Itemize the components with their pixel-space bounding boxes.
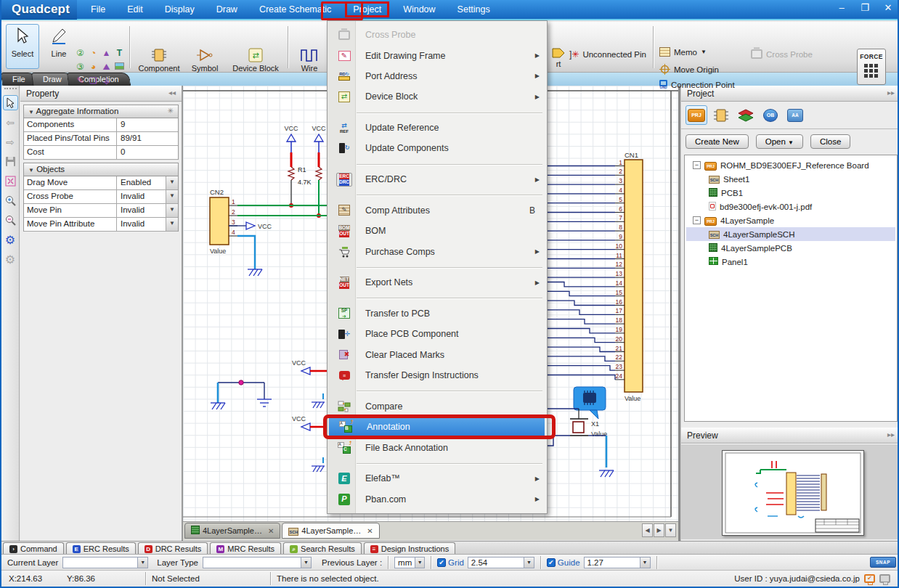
result-tab-search-results[interactable]: ⌕Search Results bbox=[283, 542, 362, 555]
menu-item-bom[interactable]: BOMOUTBOM bbox=[328, 221, 547, 241]
section-gear-icon[interactable]: ✳ bbox=[168, 107, 174, 116]
unit-select[interactable]: mm▼ bbox=[394, 557, 425, 568]
dropdown-arrow-icon[interactable]: ▼ bbox=[166, 204, 178, 217]
menu-item-annotation[interactable]: AB⤴Annotation bbox=[329, 417, 545, 437]
tree-expander-icon[interactable]: − bbox=[693, 161, 701, 169]
menubar-item-draw[interactable]: Draw bbox=[208, 1, 245, 17]
menu-item-file-back-annotation[interactable]: AC⤴File Back Annotation bbox=[328, 437, 547, 457]
tree-shape-icon[interactable]: ⚶ bbox=[100, 75, 113, 88]
menu-item-export-nets[interactable]: NETOUTExport Nets▶ bbox=[328, 272, 547, 293]
menu-item-elefab[interactable]: EElefab™▶ bbox=[328, 468, 547, 489]
result-tab-erc-results[interactable]: EERC Results bbox=[66, 542, 136, 555]
menu-item-pban-com[interactable]: PPban.com▶ bbox=[328, 489, 547, 510]
image-icon[interactable] bbox=[113, 61, 126, 74]
merge-shapes-icon[interactable]: ❏ bbox=[87, 75, 99, 88]
menubar-item-display[interactable]: Display bbox=[157, 1, 203, 17]
ellipse2-icon[interactable]: ② bbox=[74, 47, 86, 60]
rail-zoom-fit-button[interactable] bbox=[3, 173, 18, 189]
ellipse3-icon[interactable]: ③ bbox=[74, 61, 86, 74]
guide-select[interactable]: 1.27▼ bbox=[584, 557, 651, 568]
component-button[interactable]: Component bbox=[137, 48, 182, 73]
cross-probe-button[interactable]: Cross Probe bbox=[751, 49, 813, 59]
menubar-item-project[interactable]: Project bbox=[345, 1, 389, 17]
rail-drag-handle[interactable] bbox=[4, 88, 17, 91]
polygon-icon[interactable]: ⛰ bbox=[100, 61, 113, 74]
menubar-item-file[interactable]: File bbox=[83, 1, 113, 17]
dropdown-arrow-icon[interactable]: ▼ bbox=[166, 176, 178, 189]
sheets-view-button[interactable] bbox=[735, 105, 757, 125]
tree-item-4layersamplesch[interactable]: SCH4LayerSampleSCH bbox=[686, 227, 895, 241]
rail-save-button[interactable] bbox=[3, 154, 18, 169]
tab-list-button[interactable]: ▼ bbox=[665, 523, 676, 537]
menu-item-update-components[interactable]: ↻Update Components bbox=[328, 138, 547, 158]
connection-point-button[interactable]: GND Connection Point bbox=[659, 80, 735, 90]
menu-item-update-reference[interactable]: ⇄REFUpdate Reference bbox=[328, 118, 547, 138]
menu-item-device-block[interactable]: ⇄Device Block▶ bbox=[328, 86, 547, 107]
dropdown-arrow-icon[interactable]: ▼ bbox=[166, 190, 178, 203]
window-view-button[interactable]: AA bbox=[784, 105, 806, 125]
move-origin-button[interactable]: Move Origin bbox=[659, 64, 719, 75]
tree-item-sheet1[interactable]: SCHSheet1 bbox=[686, 172, 895, 186]
rail-zoom-in-button[interactable] bbox=[3, 193, 18, 208]
menu-item-transfer-design-instructions[interactable]: ≡Transfer Design Instructions bbox=[328, 365, 547, 385]
guide-checkbox[interactable]: ✔ bbox=[547, 558, 556, 567]
rail-back-button[interactable]: ⇦ bbox=[3, 115, 18, 130]
menu-item-purchase-comps[interactable]: Purchase Comps▶ bbox=[328, 241, 547, 261]
component-view-button[interactable] bbox=[710, 105, 732, 125]
tab-scroll-left-button[interactable]: ◀ bbox=[642, 523, 653, 537]
collapse-icon[interactable]: ◂◂ bbox=[168, 89, 176, 98]
tree-item-pcb1[interactable]: PCB1 bbox=[686, 186, 895, 200]
tree-item-bd9e300efj-evk-001-j-pdf[interactable]: bd9e300efj-evk-001-j.pdf bbox=[686, 200, 895, 213]
close-tab-icon[interactable]: ✕ bbox=[367, 527, 373, 535]
grid-checkbox[interactable]: ✔ bbox=[437, 558, 446, 567]
select-tool-button[interactable]: Select bbox=[6, 24, 39, 69]
tree-item-panel1[interactable]: Panel1 bbox=[686, 255, 895, 269]
open-button[interactable]: Open ▼ bbox=[756, 134, 803, 149]
arc2-icon[interactable]: ◔ bbox=[87, 47, 99, 60]
project-view-button[interactable]: PRJ bbox=[686, 105, 707, 125]
result-tab-drc-results[interactable]: DDRC Results bbox=[138, 542, 208, 555]
expand-icon[interactable]: ▸▸ bbox=[887, 89, 895, 98]
menu-item-edit-drawing-frame[interactable]: ✎Edit Drawing Frame▶ bbox=[328, 45, 547, 65]
offline-monitor-icon[interactable] bbox=[879, 574, 890, 583]
dropdown-arrow-icon[interactable]: ▼ bbox=[166, 218, 178, 231]
maximize-button[interactable]: ❐ bbox=[858, 2, 871, 13]
snap-button[interactable]: SNAP bbox=[870, 557, 896, 568]
wire-button[interactable]: Wire bbox=[293, 48, 325, 73]
close-button[interactable]: ✕ bbox=[882, 2, 895, 13]
rail-settings-button[interactable]: ⚙ bbox=[3, 232, 18, 248]
grid-select[interactable]: 2.54▼ bbox=[468, 557, 534, 568]
menu-item-erc-drc[interactable]: ERCDRCERC/DRC▶ bbox=[328, 169, 547, 189]
close-tab-icon[interactable]: ✕ bbox=[268, 527, 274, 535]
menu-item-cross-probe[interactable]: Cross Probe bbox=[328, 25, 547, 45]
symbol-button[interactable]: Symbol bbox=[187, 48, 222, 73]
menubar-item-create-schematic[interactable]: Create Schematic bbox=[251, 1, 339, 17]
menu-item-port-address[interactable]: RD↻Port Address▶ bbox=[328, 66, 547, 86]
tree-item-rohm-bd9e300efj-reference-board[interactable]: −PRJROHM_BD9E300EFJ_Reference Board bbox=[686, 158, 895, 172]
doc-tab-inactive[interactable]: 4LayerSample…✕ bbox=[184, 523, 280, 539]
force-button[interactable]: FORCE bbox=[857, 49, 886, 85]
tree-expander-icon[interactable]: − bbox=[693, 216, 701, 224]
rail-forward-button[interactable]: ⇨ bbox=[3, 134, 18, 150]
tab-scroll-right-button[interactable]: ▶ bbox=[654, 523, 664, 537]
close-button[interactable]: Close bbox=[810, 134, 850, 149]
result-tab-design-instructions[interactable]: ≡Design Instructions bbox=[364, 542, 456, 555]
port-button[interactable]: rt bbox=[549, 48, 568, 68]
rail-settings2-button[interactable]: ⚙ bbox=[3, 252, 18, 267]
triangle-icon[interactable]: ▲ bbox=[100, 47, 113, 60]
result-tab-mrc-results[interactable]: MMRC Results bbox=[210, 542, 281, 555]
online-monitor-icon[interactable]: ✔ bbox=[864, 574, 875, 583]
menu-item-compare[interactable]: Compare bbox=[328, 396, 547, 417]
menubar-item-edit[interactable]: Edit bbox=[119, 1, 151, 17]
line-tool-button[interactable]: Line bbox=[42, 24, 76, 69]
rail-select-button[interactable] bbox=[3, 95, 18, 110]
menubar-item-window[interactable]: Window bbox=[395, 1, 443, 17]
device-block-button[interactable]: ⇄ Device Block bbox=[228, 48, 283, 73]
minimize-button[interactable]: – bbox=[835, 2, 848, 13]
menu-item-comp-attributes[interactable]: ✎Comp AttributesB bbox=[328, 200, 547, 221]
expand-icon[interactable]: ▸▸ bbox=[887, 430, 895, 440]
memo-button[interactable]: Memo ▼ bbox=[659, 47, 707, 57]
text-tool-icon[interactable]: T bbox=[113, 47, 126, 60]
objects-section-header[interactable]: ▼ Objects bbox=[23, 163, 179, 176]
create-new-button[interactable]: Create New bbox=[686, 134, 749, 149]
